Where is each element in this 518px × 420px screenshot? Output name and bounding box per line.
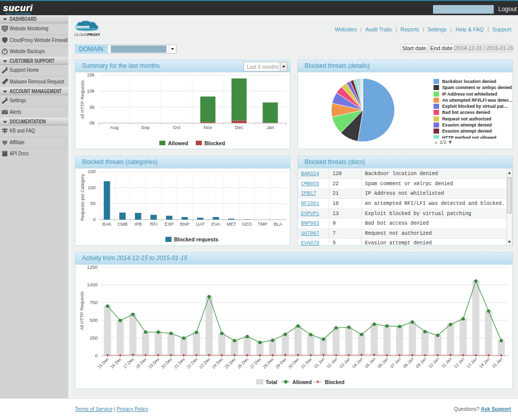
svg-text:06 Jan: 06 Jan xyxy=(376,356,389,369)
svg-text:21 Dec: 21 Dec xyxy=(172,356,186,370)
svg-text:500: 500 xyxy=(90,317,98,323)
svg-text:10 Jan: 10 Jan xyxy=(427,356,440,369)
svg-text:27 Dec: 27 Dec xyxy=(249,356,263,370)
svg-text:03 Jan: 03 Jan xyxy=(338,356,351,369)
svg-text:All HTTP Requests: All HTTP Requests xyxy=(79,291,84,330)
svg-text:11 Jan: 11 Jan xyxy=(440,356,453,369)
svg-text:Jan: Jan xyxy=(267,124,274,130)
svg-text:BAK: BAK xyxy=(102,222,111,227)
svg-text:EXP: EXP xyxy=(164,222,174,227)
svg-text:07 Jan: 07 Jan xyxy=(389,356,402,369)
svg-text:14 Jan: 14 Jan xyxy=(478,356,491,369)
svg-text:Allowed: Allowed xyxy=(168,140,188,146)
svg-text:50: 50 xyxy=(90,200,96,206)
svg-text:CMB: CMB xyxy=(117,222,127,227)
svg-text:Nov: Nov xyxy=(203,124,212,130)
svg-text:28 Dec: 28 Dec xyxy=(262,356,275,370)
svg-text:TMP: TMP xyxy=(257,222,267,227)
svg-text:19 Dec: 19 Dec xyxy=(147,356,161,370)
svg-text:24 Dec: 24 Dec xyxy=(211,356,225,370)
svg-text:Blocked: Blocked xyxy=(325,380,344,385)
svg-text:5k: 5k xyxy=(90,104,95,110)
svg-text:26 Dec: 26 Dec xyxy=(236,356,250,370)
svg-text:Blocked requests: Blocked requests xyxy=(174,236,219,242)
svg-text:15 Dec: 15 Dec xyxy=(97,356,110,370)
svg-text:EVA: EVA xyxy=(211,222,220,227)
svg-text:Allowed: Allowed xyxy=(292,380,312,385)
svg-text:08 Jan: 08 Jan xyxy=(402,356,414,369)
svg-text:BNP: BNP xyxy=(180,222,190,227)
svg-text:23 Dec: 23 Dec xyxy=(198,356,212,370)
svg-text:1250: 1250 xyxy=(87,265,98,270)
svg-text:0: 0 xyxy=(95,353,98,358)
svg-text:30 Dec: 30 Dec xyxy=(287,356,300,370)
svg-text:02 Jan: 02 Jan xyxy=(326,356,338,369)
svg-text:05 Jan: 05 Jan xyxy=(364,356,376,369)
svg-text:Sep: Sep xyxy=(141,124,150,130)
svg-text:15 Jan: 15 Jan xyxy=(491,356,503,369)
svg-text:09 Jan: 09 Jan xyxy=(414,356,427,369)
svg-text:IPB: IPB xyxy=(135,222,142,227)
svg-text:Requests per Category: Requests per Category xyxy=(80,174,85,221)
svg-text:16 Dec: 16 Dec xyxy=(109,356,123,370)
svg-text:10k: 10k xyxy=(87,88,95,94)
svg-text:150: 150 xyxy=(88,169,96,174)
svg-text:UAT: UAT xyxy=(196,222,205,227)
svg-text:RFI: RFI xyxy=(150,222,157,227)
svg-text:0k: 0k xyxy=(90,120,95,125)
svg-text:BLA: BLA xyxy=(274,222,282,227)
svg-text:13 Jan: 13 Jan xyxy=(465,356,478,369)
svg-text:GEO: GEO xyxy=(242,222,252,227)
svg-text:1000: 1000 xyxy=(87,282,98,287)
svg-text:MET: MET xyxy=(227,222,237,227)
svg-text:0: 0 xyxy=(93,217,96,222)
svg-text:Total: Total xyxy=(266,380,277,385)
svg-text:18 Dec: 18 Dec xyxy=(135,356,148,370)
svg-text:15k: 15k xyxy=(87,73,95,77)
svg-text:20 Dec: 20 Dec xyxy=(160,356,174,370)
svg-text:250: 250 xyxy=(90,335,98,341)
svg-text:Oct: Oct xyxy=(173,124,181,130)
svg-text:All HTTP Requests: All HTTP Requests xyxy=(80,80,85,119)
svg-text:04 Jan: 04 Jan xyxy=(351,356,364,369)
svg-text:100: 100 xyxy=(88,185,96,190)
svg-text:Dec: Dec xyxy=(235,124,243,130)
svg-text:22 Dec: 22 Dec xyxy=(186,356,199,370)
svg-text:750: 750 xyxy=(90,300,98,305)
svg-text:01 Jan: 01 Jan xyxy=(313,356,326,369)
svg-text:Blocked: Blocked xyxy=(204,140,225,146)
svg-text:Aug: Aug xyxy=(110,124,118,130)
svg-text:12 Jan: 12 Jan xyxy=(453,356,465,369)
svg-text:25 Dec: 25 Dec xyxy=(224,356,237,370)
svg-text:29 Dec: 29 Dec xyxy=(274,356,288,370)
svg-text:31 Dec: 31 Dec xyxy=(300,356,314,370)
svg-text:17 Dec: 17 Dec xyxy=(122,356,136,370)
